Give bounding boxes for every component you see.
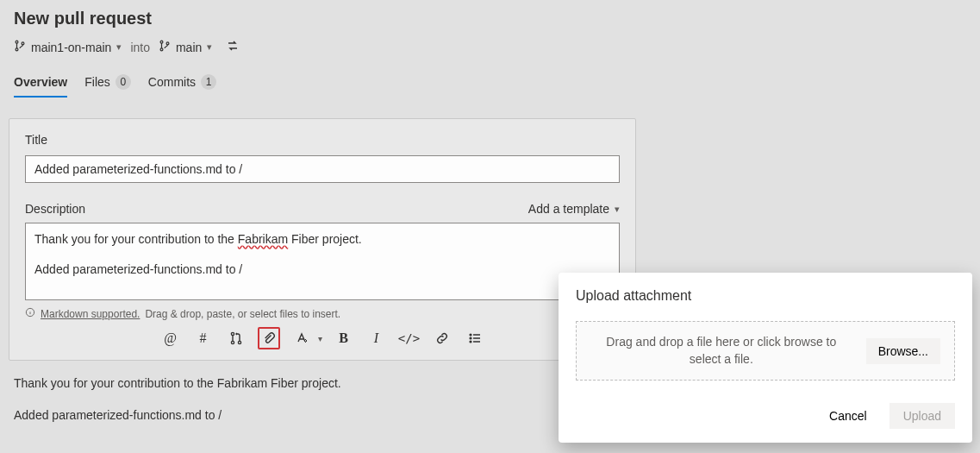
code-button[interactable]: </> xyxy=(398,327,421,349)
commits-count-badge: 1 xyxy=(201,74,216,90)
editor-toolbar: @ # ▾ B I </> xyxy=(25,327,620,349)
source-branch-selector[interactable]: main1-on-main ▾ xyxy=(14,40,122,54)
text-style-button[interactable] xyxy=(290,327,313,349)
into-label: into xyxy=(130,41,150,54)
add-template-label: Add a template xyxy=(528,202,609,216)
dropzone-text: Drag and drop a file here or click brows… xyxy=(590,334,852,368)
svg-point-11 xyxy=(470,334,471,336)
svg-point-13 xyxy=(470,341,471,343)
chevron-down-icon: ▾ xyxy=(116,41,122,53)
svg-point-4 xyxy=(160,48,163,51)
swap-branches-button[interactable] xyxy=(226,39,240,55)
svg-point-3 xyxy=(160,41,163,43)
work-item-button[interactable]: # xyxy=(192,327,215,349)
add-template-button[interactable]: Add a template ▾ xyxy=(528,202,620,216)
markdown-supported-link[interactable]: Markdown supported. xyxy=(41,308,140,320)
bullet-list-button[interactable] xyxy=(464,327,486,349)
page-header: New pull request main1-on-main ▾ into ma… xyxy=(0,0,980,99)
branch-icon xyxy=(14,40,26,54)
target-branch-name: main xyxy=(176,41,202,54)
preview-line: Thank you for your contribution to the F… xyxy=(14,374,617,393)
markdown-hint-row: Markdown supported. Drag & drop, paste, … xyxy=(25,307,620,320)
page-title: New pull request xyxy=(14,9,966,28)
info-icon xyxy=(25,307,35,320)
svg-point-2 xyxy=(22,42,24,45)
tab-label: Files xyxy=(84,75,110,89)
tab-label: Commits xyxy=(148,75,196,89)
svg-point-8 xyxy=(231,332,234,335)
target-branch-selector[interactable]: main ▾ xyxy=(159,40,212,54)
bold-button[interactable]: B xyxy=(333,327,355,349)
branch-selector-row: main1-on-main ▾ into main ▾ xyxy=(14,39,966,55)
svg-point-5 xyxy=(166,42,169,45)
tab-commits[interactable]: Commits 1 xyxy=(148,71,216,98)
chevron-down-icon: ▾ xyxy=(207,41,212,53)
markdown-hint-text: Drag & drop, paste, or select files to i… xyxy=(145,308,340,320)
files-count-badge: 0 xyxy=(115,74,131,90)
chevron-down-icon: ▾ xyxy=(615,204,620,215)
upload-attachment-dialog: Upload attachment Drag and drop a file h… xyxy=(559,273,972,443)
tab-overview[interactable]: Overview xyxy=(14,72,67,98)
description-preview: Thank you for your contribution to the F… xyxy=(14,374,617,425)
cancel-button[interactable]: Cancel xyxy=(815,403,881,429)
svg-point-9 xyxy=(231,341,234,343)
title-input[interactable] xyxy=(25,155,620,183)
dialog-actions: Cancel Upload xyxy=(576,403,955,429)
link-button[interactable] xyxy=(431,327,453,349)
browse-button[interactable]: Browse... xyxy=(866,338,940,364)
svg-point-10 xyxy=(238,341,240,343)
tabs: Overview Files 0 Commits 1 xyxy=(14,71,966,99)
title-label: Title xyxy=(25,133,620,147)
description-label: Description xyxy=(25,202,85,216)
pr-form-card: Title Description Add a template ▾ Thank… xyxy=(9,118,636,361)
upload-button[interactable]: Upload xyxy=(889,403,955,429)
svg-point-0 xyxy=(16,41,18,43)
branch-icon xyxy=(159,40,171,54)
attach-file-button[interactable] xyxy=(258,327,280,349)
description-textarea[interactable]: Thank you for your contribution to the F… xyxy=(25,223,620,300)
chevron-down-icon: ▾ xyxy=(318,334,322,343)
dialog-title: Upload attachment xyxy=(576,288,955,304)
tab-files[interactable]: Files 0 xyxy=(84,71,131,98)
preview-line: Added parameterized-functions.md to / xyxy=(14,406,617,425)
mention-button[interactable]: @ xyxy=(159,327,182,349)
pr-link-button[interactable] xyxy=(225,327,247,349)
source-branch-name: main1-on-main xyxy=(31,41,111,54)
tab-label: Overview xyxy=(14,75,67,89)
svg-point-12 xyxy=(470,337,471,339)
italic-button[interactable]: I xyxy=(365,327,388,349)
file-dropzone[interactable]: Drag and drop a file here or click brows… xyxy=(576,321,955,381)
svg-point-1 xyxy=(16,48,18,51)
